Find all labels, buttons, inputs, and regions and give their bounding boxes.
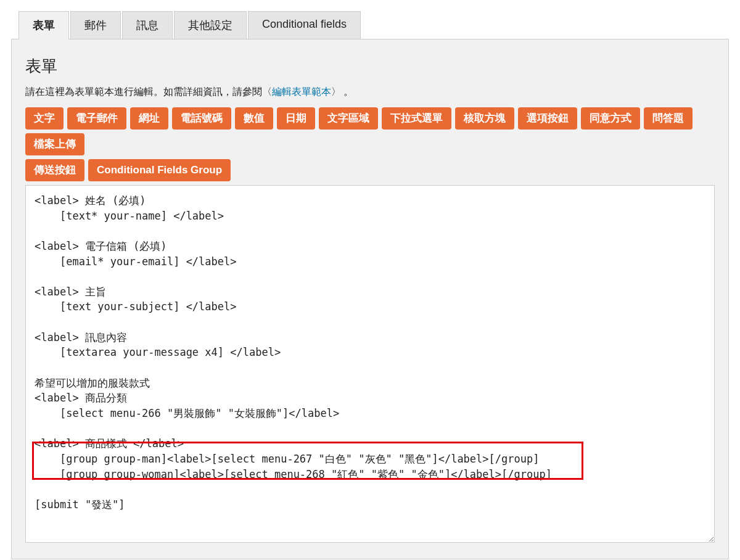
helper-suffix: 〉 。 bbox=[331, 86, 353, 97]
tag-conditional-group-button[interactable]: Conditional Fields Group bbox=[88, 159, 231, 181]
tab-mail[interactable]: 郵件 bbox=[70, 11, 121, 39]
tab-additional[interactable]: 其他設定 bbox=[174, 11, 247, 39]
tag-number-button[interactable]: 數值 bbox=[235, 107, 273, 130]
tag-email-button[interactable]: 電子郵件 bbox=[67, 107, 126, 130]
tag-acceptance-button[interactable]: 同意方式 bbox=[581, 107, 640, 130]
tag-dropdown-button[interactable]: 下拉式選單 bbox=[382, 107, 451, 130]
tag-url-button[interactable]: 網址 bbox=[130, 107, 168, 130]
tag-tel-button[interactable]: 電話號碼 bbox=[172, 107, 231, 130]
tag-file-button[interactable]: 檔案上傳 bbox=[25, 133, 84, 155]
tag-quiz-button[interactable]: 問答題 bbox=[644, 107, 693, 130]
tab-form[interactable]: 表單 bbox=[18, 11, 69, 39]
helper-prefix: 請在這裡為表單範本進行編輯。如需詳細資訊，請參閱〈 bbox=[25, 86, 272, 97]
tag-buttons-row-2: 傳送按鈕 Conditional Fields Group bbox=[25, 159, 715, 181]
form-editor-panel: 表單 請在這裡為表單範本進行編輯。如需詳細資訊，請參閱〈編輯表單範本〉 。 文字… bbox=[11, 39, 729, 559]
tag-checkbox-button[interactable]: 核取方塊 bbox=[455, 107, 514, 130]
tag-radio-button[interactable]: 選項按鈕 bbox=[518, 107, 577, 130]
tag-submit-button[interactable]: 傳送按鈕 bbox=[25, 159, 84, 181]
tag-text-button[interactable]: 文字 bbox=[25, 107, 64, 130]
tag-buttons-row-1: 文字 電子郵件 網址 電話號碼 數值 日期 文字區域 下拉式選單 核取方塊 選項… bbox=[25, 107, 715, 155]
section-title: 表單 bbox=[25, 56, 715, 77]
helper-link-edit-template[interactable]: 編輯表單範本 bbox=[272, 86, 331, 97]
tag-date-button[interactable]: 日期 bbox=[277, 107, 315, 130]
tab-bar: 表單 郵件 訊息 其他設定 Conditional fields bbox=[18, 10, 729, 39]
tab-conditional-fields[interactable]: Conditional fields bbox=[248, 11, 361, 39]
tag-textarea-button[interactable]: 文字區域 bbox=[319, 107, 378, 130]
helper-text: 請在這裡為表單範本進行編輯。如需詳細資訊，請參閱〈編輯表單範本〉 。 bbox=[25, 86, 715, 99]
form-template-textarea[interactable] bbox=[25, 185, 715, 543]
tab-messages[interactable]: 訊息 bbox=[122, 11, 173, 39]
